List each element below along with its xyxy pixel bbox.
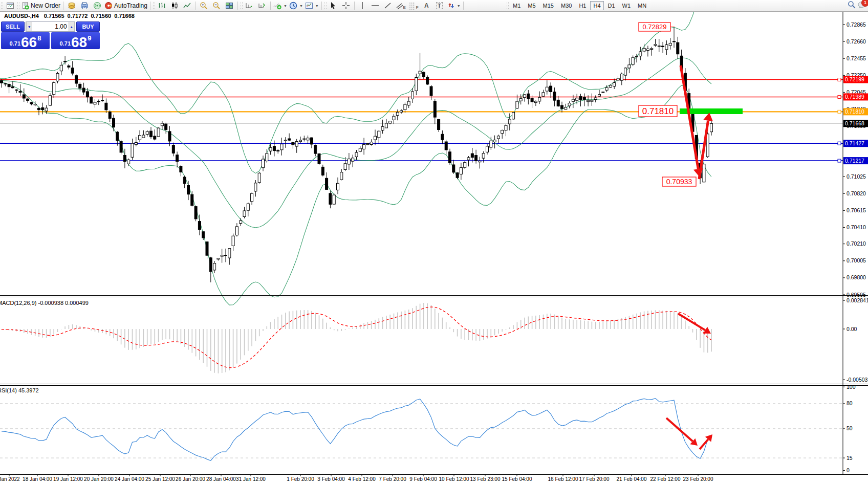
zoom-in-button[interactable] [198, 1, 210, 10]
sell-price-box[interactable]: 0.71 66 8 [1, 32, 50, 49]
axis-label: 0.71025 [847, 173, 866, 180]
deposit-icon-button[interactable] [65, 1, 78, 10]
tf-button-H4[interactable]: H4 [590, 1, 603, 10]
axis-label: Jan 2022 [0, 476, 20, 482]
chevron-down-icon[interactable]: ▼ [457, 4, 461, 8]
axis-label: 31 Jan 12:00 [236, 476, 266, 482]
zoom-out-icon [212, 2, 221, 10]
timeframe-buttons: M1M5M15M30H1H4D1W1MN [509, 1, 650, 10]
axis-label: 19 Jan 12:00 [53, 476, 83, 482]
buy-button[interactable]: BUY [76, 21, 100, 32]
tf-button-MN[interactable]: MN [635, 1, 649, 10]
line-chart-button[interactable] [181, 1, 194, 10]
text-button[interactable]: A [420, 1, 433, 10]
zoom-out-button[interactable] [210, 1, 223, 10]
vline-button[interactable] [356, 1, 369, 10]
search-icon[interactable] [848, 1, 856, 9]
axis-label: 0.70410 [847, 224, 866, 230]
cursor-button[interactable] [327, 1, 340, 10]
hline-handle[interactable] [838, 159, 841, 162]
chart-background [0, 11, 868, 484]
buy-price-small: 0.71 [60, 40, 71, 47]
toolbar-grip[interactable] [17, 2, 19, 10]
crosshair-button[interactable] [340, 1, 353, 10]
price-tag-text: 0.70933 [666, 178, 692, 186]
axis-label: 24 Jan 04:00 [115, 476, 144, 482]
toolbar-grip[interactable] [240, 2, 243, 10]
fibo-glyph: F [416, 5, 419, 10]
axis-label: 26 Jan 20:00 [176, 476, 205, 482]
periods-button[interactable]: ▼ [288, 1, 304, 10]
hline-handle[interactable] [838, 95, 841, 98]
text-label-icon: T [436, 2, 443, 9]
quote-low: 0.71560 [91, 13, 111, 19]
toolbar-separator [270, 2, 271, 10]
volume-increase-button[interactable]: ▲ [69, 22, 75, 31]
terminal-icon-button[interactable] [78, 1, 91, 10]
rsi-label: RSI(14) 45.3972 [0, 387, 39, 393]
axis-label: 9 Feb 04:00 [409, 476, 437, 482]
candlestick-chart-button[interactable] [168, 1, 181, 10]
axis-label: 1 Feb 20:00 [287, 476, 314, 482]
hline-button[interactable] [369, 1, 382, 10]
axis-label: 3 Feb 04:00 [317, 476, 345, 482]
auto-scroll-icon [245, 2, 253, 10]
arrows-button[interactable]: ▼ [446, 1, 462, 10]
buy-price-box[interactable]: 0.71 68 9 [51, 32, 100, 49]
axis-label: 0.002841 [847, 297, 868, 303]
chart-window-icon[interactable] [4, 1, 16, 10]
axis-label: 20 Jan 20:00 [84, 476, 114, 482]
axis-label: 50 [847, 425, 853, 431]
tf-button-H1[interactable]: H1 [576, 1, 589, 10]
hline-handle[interactable] [838, 78, 841, 81]
sell-button[interactable]: SELL [1, 21, 25, 32]
tf-button-M15[interactable]: M15 [540, 1, 557, 10]
chart-shift-button[interactable] [256, 1, 269, 10]
hline-handle[interactable] [838, 142, 841, 145]
text-label-button[interactable]: T [433, 1, 446, 10]
toolbar-grip[interactable] [324, 2, 327, 10]
notifications-button[interactable]: 1 [858, 1, 866, 9]
volume-decrease-button[interactable]: ▼ [26, 22, 32, 31]
axis-label: 16 Feb 12:00 [548, 476, 578, 482]
horizontal-line-icon [371, 2, 379, 10]
buy-price-big: 68 [71, 36, 87, 49]
chart-window-icon [7, 2, 14, 9]
chevron-down-icon[interactable]: ▼ [315, 4, 319, 8]
hline-handle[interactable] [838, 110, 841, 113]
toolbar-grip[interactable] [1, 2, 3, 10]
axis-label: 4 Feb 12:00 [348, 476, 376, 482]
toolbar-separator [321, 2, 322, 10]
axis-label: 0.71668 [845, 120, 864, 126]
tf-button-D1[interactable]: D1 [605, 1, 618, 10]
channel-button[interactable]: E [395, 1, 407, 10]
sell-price-small: 0.71 [10, 40, 20, 47]
indicators-button[interactable]: ▼ [272, 1, 288, 10]
tile-windows-button[interactable] [223, 1, 236, 10]
chevron-down-icon[interactable]: ▼ [299, 4, 303, 8]
new-order-button[interactable]: New Order [20, 1, 61, 10]
tf-button-M30[interactable]: M30 [558, 1, 575, 10]
sell-price-big: 66 [21, 36, 37, 49]
volume-input[interactable] [32, 22, 68, 31]
tf-button-M5[interactable]: M5 [525, 1, 538, 10]
toolbar-grip[interactable] [506, 2, 509, 10]
tf-button-M1[interactable]: M1 [510, 1, 524, 10]
fibonacci-button[interactable]: F [407, 1, 420, 10]
auto-scroll-button[interactable] [243, 1, 256, 10]
toolbar-grip[interactable] [153, 2, 155, 10]
autotrading-button[interactable]: AutoTrading [103, 1, 148, 10]
mt4-terminal: { "toolbar": { "new_order": "New Order",… [0, 0, 868, 484]
templates-button[interactable]: ▼ [304, 1, 320, 10]
text-a-icon: A [424, 2, 429, 9]
zoom-in-icon [200, 2, 208, 10]
buy-price-sup: 9 [88, 34, 91, 42]
candlestick-chart-icon [170, 2, 179, 10]
bar-chart-button[interactable] [156, 1, 168, 10]
volume-stepper: ▼ ▲ [26, 21, 75, 32]
signal-icon-button[interactable] [91, 1, 103, 10]
trendline-button[interactable] [382, 1, 395, 10]
chevron-down-icon[interactable]: ▼ [284, 4, 287, 8]
tf-button-W1[interactable]: W1 [619, 1, 634, 10]
chart-canvas[interactable]: 0.728650.726600.724550.722500.720450.718… [0, 11, 868, 484]
